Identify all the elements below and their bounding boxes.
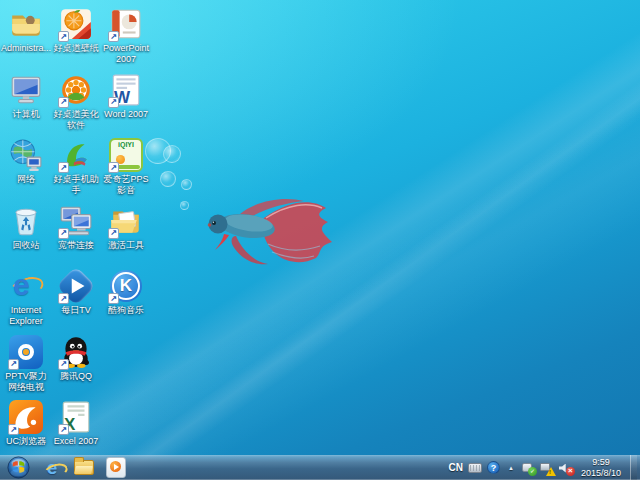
excel-2007-icon: X↗ — [59, 400, 93, 434]
haozhuodao-wallpaper-icon: ↗ — [59, 7, 93, 41]
icon-label: UC浏览器 — [6, 436, 46, 447]
network-warning-icon[interactable] — [540, 462, 554, 474]
language-indicator[interactable]: CN — [449, 462, 463, 473]
betta-fish — [202, 188, 342, 273]
uc-browser-icon: ↗ — [9, 400, 43, 434]
icon-label: Word 2007 — [104, 109, 148, 120]
activation-tool-icon: ↗ — [109, 204, 143, 238]
icon-label: 好桌手机助手 — [51, 174, 101, 196]
bubble — [163, 145, 181, 163]
powerpoint-2007-icon: ↗ — [109, 7, 143, 41]
shortcut-arrow-icon: ↗ — [58, 424, 69, 435]
bubble — [160, 171, 176, 187]
tencent-qq-icon: ↗ — [59, 335, 93, 369]
icon-label: 宽带连接 — [58, 240, 94, 251]
internet-explorer-icon: e — [9, 269, 43, 303]
desktop-icon-internet-explorer[interactable]: e Internet Explorer — [1, 268, 51, 334]
desktop-icon-user-folder[interactable]: Administra... — [1, 6, 51, 72]
desktop-icon-powerpoint-2007[interactable]: ↗ PowerPoint 2007 — [101, 6, 151, 72]
phone-assistant-icon: ↗ — [59, 138, 93, 172]
bubble — [180, 201, 189, 210]
shortcut-arrow-icon: ↗ — [58, 97, 69, 108]
desktop-icon-daily-tv[interactable]: ↗ 每日TV — [51, 268, 101, 334]
icon-label: 回收站 — [13, 240, 40, 251]
shortcut-arrow-icon: ↗ — [108, 31, 119, 42]
icon-label: PPTV聚力 网络电视 — [1, 371, 51, 393]
daily-tv-icon: ↗ — [59, 269, 93, 303]
shortcut-arrow-icon: ↗ — [108, 162, 119, 173]
desktop-icon-phone-assistant[interactable]: ↗ 好桌手机助手 — [51, 137, 101, 203]
desktop-icon-word-2007[interactable]: W↗ Word 2007 — [101, 72, 151, 138]
desktop-icon-kugou-music[interactable]: K↗ 酷狗音乐 — [101, 268, 151, 334]
icon-label: 腾讯QQ — [60, 371, 92, 382]
clock-date: 2015/8/10 — [581, 468, 621, 479]
shortcut-arrow-icon: ↗ — [58, 228, 69, 239]
volume-muted-icon[interactable] — [559, 462, 573, 474]
desktop-icon-activation-tool[interactable]: ↗ 激活工具 — [101, 203, 151, 269]
shortcut-arrow-icon: ↗ — [108, 97, 119, 108]
desktop-icon-grid: Administra... ↗ 好桌道壁纸 ↗ PowerPoint 2007 … — [1, 6, 151, 465]
user-folder-icon — [9, 7, 43, 41]
icon-label: 酷狗音乐 — [108, 305, 144, 316]
icon-label: Internet Explorer — [1, 305, 51, 327]
broadband-icon: ↗ — [59, 204, 93, 238]
word-2007-icon: W↗ — [109, 73, 143, 107]
taskbar-internet-explorer-button[interactable]: e — [36, 456, 68, 480]
show-hidden-icons-button[interactable] — [505, 461, 517, 475]
system-tray: CN 9:59 2015/8/10 — [449, 455, 640, 480]
icon-label: 激活工具 — [108, 240, 144, 251]
security-check-icon[interactable] — [522, 462, 535, 474]
shortcut-arrow-icon: ↗ — [58, 162, 69, 173]
internet-explorer-icon: e — [47, 458, 58, 477]
desktop-icon-haozhuodao-beautify[interactable]: ↗ 好桌道美化软件 — [51, 72, 101, 138]
icon-label: PowerPoint 2007 — [101, 43, 151, 65]
shortcut-arrow-icon: ↗ — [108, 228, 119, 239]
desktop-icon-computer[interactable]: 计算机 — [1, 72, 51, 138]
clock[interactable]: 9:59 2015/8/10 — [581, 457, 621, 479]
icon-label: Administra... — [1, 43, 51, 54]
icon-label: Excel 2007 — [54, 436, 99, 447]
windows-logo-icon — [7, 456, 30, 479]
taskbar-windows-explorer-button[interactable] — [68, 456, 100, 480]
icon-label: 好桌道美化软件 — [51, 109, 101, 131]
computer-icon — [9, 73, 43, 107]
kugou-music-icon: K↗ — [109, 269, 143, 303]
keyboard-icon[interactable] — [468, 463, 482, 473]
desktop-icon-pptv[interactable]: ↗ PPTV聚力 网络电视 — [1, 334, 51, 400]
help-icon[interactable] — [487, 461, 500, 474]
desktop-icon-network[interactable]: 网络 — [1, 137, 51, 203]
show-desktop-button[interactable] — [630, 455, 637, 480]
clock-time: 9:59 — [592, 457, 610, 468]
icon-label: 计算机 — [13, 109, 40, 120]
desktop-icon-broadband[interactable]: ↗ 宽带连接 — [51, 203, 101, 269]
start-button[interactable] — [6, 456, 31, 480]
shortcut-arrow-icon: ↗ — [8, 359, 19, 370]
media-player-icon — [106, 457, 126, 478]
icon-label: 每日TV — [61, 305, 91, 316]
taskbar: e CN 9:59 2015/8/10 — [0, 455, 640, 480]
shortcut-arrow-icon: ↗ — [108, 293, 119, 304]
network-icon — [9, 138, 43, 172]
desktop-icon-recycle-bin[interactable]: 回收站 — [1, 203, 51, 269]
haozhuodao-beautify-icon: ↗ — [59, 73, 93, 107]
icon-label: 爱奇艺PPS 影音 — [101, 174, 151, 196]
desktop-icon-haozhuodao-wallpaper[interactable]: ↗ 好桌道壁纸 — [51, 6, 101, 72]
folder-icon — [74, 460, 94, 475]
iqiyi-pps-icon: iQIYI↗ — [109, 138, 143, 172]
desktop: Administra... ↗ 好桌道壁纸 ↗ PowerPoint 2007 … — [0, 0, 640, 480]
shortcut-arrow-icon: ↗ — [58, 31, 69, 42]
taskbar-media-player-button[interactable] — [100, 456, 132, 480]
desktop-icon-iqiyi-pps[interactable]: iQIYI↗ 爱奇艺PPS 影音 — [101, 137, 151, 203]
bubble — [181, 179, 192, 190]
pptv-icon: ↗ — [9, 335, 43, 369]
recycle-bin-icon — [9, 204, 43, 238]
icon-label: 网络 — [17, 174, 35, 185]
shortcut-arrow-icon: ↗ — [58, 359, 69, 370]
icon-label: 好桌道壁纸 — [54, 43, 99, 54]
desktop-icon-tencent-qq[interactable]: ↗ 腾讯QQ — [51, 334, 101, 400]
